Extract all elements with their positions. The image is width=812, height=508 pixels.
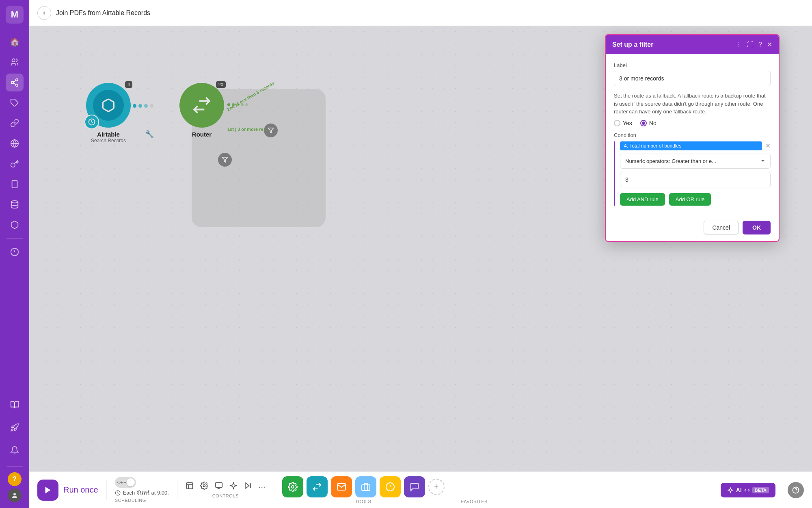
- add-and-rule-button[interactable]: Add AND rule: [620, 193, 665, 206]
- canvas[interactable]: 4 Airtable Search Records 🔧 20 Router: [29, 26, 812, 471]
- dialog-body: Label Set the route as a fallback. A fal…: [606, 54, 779, 214]
- condition-tag-row: 4. Total number of bundles ✕: [620, 141, 771, 150]
- dialog-title: Set up a filter: [612, 41, 653, 48]
- divider-3: [274, 480, 274, 500]
- tool-btn-lightblue[interactable]: [355, 476, 376, 497]
- ok-button[interactable]: OK: [743, 221, 771, 234]
- tool-btn-orange[interactable]: [331, 476, 352, 497]
- radio-no[interactable]: No: [640, 120, 657, 126]
- condition-tag: 4. Total number of bundles: [620, 141, 762, 150]
- bottom-bar: Run once OFF Each จันทร์ at 9:00. SCHEDU…: [29, 471, 812, 508]
- header: Join PDFs from Airtable Records: [29, 0, 812, 26]
- sidebar-item-share[interactable]: [6, 74, 24, 91]
- add-tool-button[interactable]: +: [428, 479, 445, 495]
- radio-yes[interactable]: Yes: [614, 120, 632, 126]
- sidebar-item-globe[interactable]: [6, 135, 24, 152]
- svg-marker-31: [246, 483, 249, 488]
- sidebar-item-home[interactable]: 🏠: [6, 33, 24, 51]
- dialog-help-icon[interactable]: ?: [758, 41, 762, 48]
- sidebar-avatar[interactable]: [8, 488, 22, 502]
- sidebar-divider: [6, 238, 23, 239]
- sidebar-item-book[interactable]: [6, 396, 24, 414]
- condition-value-input[interactable]: [620, 172, 771, 187]
- help-float-button[interactable]: [788, 482, 804, 498]
- svg-point-27: [203, 485, 205, 487]
- sidebar-divider-2: [6, 466, 23, 467]
- radio-yes-label: Yes: [623, 120, 632, 126]
- radio-no-circle[interactable]: [640, 120, 647, 126]
- dialog-header: Set up a filter ⋮ ⛶ ? ✕: [606, 35, 779, 54]
- sidebar-item-phone[interactable]: [6, 175, 24, 193]
- control-icon-settings[interactable]: [200, 482, 208, 492]
- condition-block: 4. Total number of bundles ✕ Numeric ope…: [614, 141, 771, 206]
- condition-section-label: Condition: [614, 132, 771, 138]
- control-icon-monitor[interactable]: [215, 482, 223, 492]
- sidebar-item-links[interactable]: [6, 114, 24, 132]
- sidebar-item-rocket[interactable]: [6, 419, 24, 436]
- svg-rect-28: [216, 483, 222, 488]
- favorites-label: FAVORITES: [461, 499, 488, 504]
- svg-line-4: [13, 83, 16, 85]
- dialog-header-icons: ⋮ ⛶ ? ✕: [736, 41, 772, 48]
- run-play-icon: [37, 480, 58, 501]
- radio-yes-circle[interactable]: [614, 120, 620, 126]
- divider-2: [177, 480, 177, 500]
- svg-point-11: [11, 201, 18, 203]
- schedule-time-text: Each จันทร์ at 9:00.: [123, 488, 169, 497]
- controls-section: ··· CONTROLS: [186, 482, 266, 498]
- svg-point-3: [16, 84, 18, 87]
- tools-buttons: +: [282, 476, 445, 497]
- control-icon-file[interactable]: [186, 482, 194, 492]
- beta-badge: BETA: [752, 487, 769, 493]
- svg-point-0: [12, 59, 15, 62]
- app-logo[interactable]: M: [6, 6, 24, 24]
- svg-point-33: [292, 486, 294, 488]
- svg-rect-24: [186, 483, 192, 489]
- controls-icons: ···: [186, 482, 266, 492]
- run-once-button[interactable]: Run once: [37, 480, 98, 501]
- label-field-label: Label: [614, 62, 771, 68]
- condition-clear-button[interactable]: ✕: [765, 142, 771, 150]
- tool-btn-yellow[interactable]: [380, 476, 401, 497]
- operator-select-wrapper: Numeric operators: Greater than or e...: [620, 154, 771, 169]
- back-button[interactable]: [37, 6, 51, 20]
- sidebar: M 🏠 ?: [0, 0, 29, 508]
- control-icon-more[interactable]: ···: [259, 482, 266, 491]
- ai-button[interactable]: AI BETA: [721, 483, 775, 497]
- fallback-description: Set the route as a fallback. A fallback …: [614, 92, 771, 116]
- rule-buttons: Add AND rule Add OR rule: [620, 193, 771, 206]
- tools-bottom-label: TOOLS: [355, 499, 371, 504]
- tool-btn-purple[interactable]: [404, 476, 425, 497]
- cancel-button[interactable]: Cancel: [704, 221, 739, 234]
- divider-1: [106, 480, 107, 500]
- sidebar-item-puzzle[interactable]: [6, 94, 24, 112]
- tool-btn-green[interactable]: [282, 476, 303, 497]
- controls-label: CONTROLS: [212, 493, 239, 498]
- label-input[interactable]: [614, 71, 771, 86]
- schedule-toggle-row: OFF: [115, 477, 169, 488]
- ai-label: AI: [736, 487, 742, 493]
- sidebar-item-bell[interactable]: [6, 441, 24, 459]
- radio-no-label: No: [649, 120, 657, 126]
- sidebar-item-users[interactable]: [6, 53, 24, 71]
- control-icon-forward[interactable]: [244, 482, 252, 492]
- filter-dialog: Set up a filter ⋮ ⛶ ? ✕ Label Set the ro…: [605, 34, 780, 242]
- sidebar-item-cube[interactable]: [6, 216, 24, 234]
- sidebar-item-database[interactable]: [6, 195, 24, 213]
- dialog-close-icon[interactable]: ✕: [767, 41, 772, 48]
- page-title: Join PDFs from Airtable Records: [56, 9, 150, 17]
- sidebar-bottom: ?: [6, 395, 24, 502]
- sidebar-item-circle[interactable]: [6, 243, 24, 261]
- dialog-expand-icon[interactable]: ⛶: [747, 41, 754, 48]
- main-area: Join PDFs from Airtable Records: [29, 0, 812, 508]
- dialog-more-icon[interactable]: ⋮: [736, 41, 742, 48]
- tool-btn-teal[interactable]: [307, 476, 328, 497]
- dialog-footer: Cancel OK: [606, 214, 779, 241]
- operator-select[interactable]: Numeric operators: Greater than or e...: [620, 154, 771, 169]
- sidebar-item-key[interactable]: [6, 155, 24, 173]
- scheduling-toggle[interactable]: OFF: [115, 477, 136, 488]
- sidebar-help-button[interactable]: ?: [8, 472, 22, 486]
- add-or-rule-button[interactable]: Add OR rule: [669, 193, 711, 206]
- control-icon-magic[interactable]: [229, 482, 238, 492]
- svg-point-15: [13, 493, 16, 495]
